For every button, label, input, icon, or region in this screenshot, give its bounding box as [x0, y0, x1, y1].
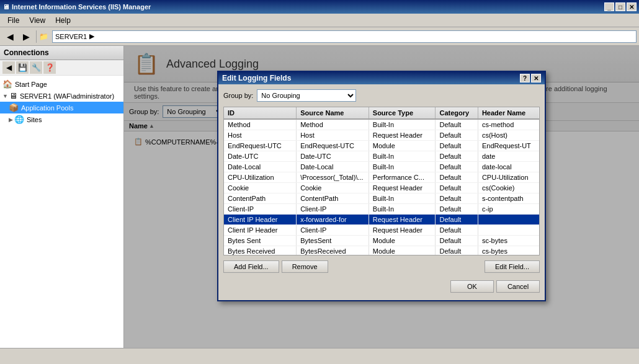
edit-field-button[interactable]: Edit Field...: [485, 260, 540, 273]
table-row[interactable]: MethodMethodBuilt-InDefaultcs-method: [224, 119, 539, 130]
dialog-body: Group by: No Grouping Category Source: [218, 84, 545, 300]
main-layout: Connections ◀ 💾 🔧 ❓ 🏠 Start Page ▼ 🖥 SER…: [0, 46, 639, 348]
address-path[interactable]: SERVER1 ▶: [52, 30, 637, 43]
menu-help[interactable]: Help: [50, 15, 76, 26]
sites-expand[interactable]: ▶: [9, 117, 13, 123]
address-path-text: SERVER1: [55, 33, 87, 40]
menu-file[interactable]: File: [2, 15, 24, 26]
table-row[interactable]: Date-UTCDate-UTCBuilt-InDefaultdate: [224, 151, 539, 162]
cancel-button[interactable]: Cancel: [496, 280, 540, 293]
table-row[interactable]: Client IP Headerx-forwarded-forRequest H…: [224, 215, 539, 225]
app-pools-icon: 📦: [9, 103, 19, 112]
toolbar-separator: [36, 30, 37, 43]
table-row[interactable]: Date-LocalDate-LocalBuilt-InDefaultdate-…: [224, 162, 539, 172]
status-bar: [0, 348, 639, 360]
dialog-titlebar: Edit Logging Fields ? ✕: [218, 72, 545, 84]
dialog-groupby-select[interactable]: No Grouping Category Source: [257, 89, 356, 102]
dialog-close-btn[interactable]: ✕: [531, 74, 541, 82]
conn-refresh-btn[interactable]: 🔧: [30, 61, 42, 74]
app-pools-label: Application Pools: [21, 104, 73, 112]
table-body: MethodMethodBuilt-InDefaultcs-methodHost…: [224, 119, 539, 255]
col-source-type[interactable]: Source Type: [369, 107, 436, 119]
start-page-icon: 🏠: [2, 79, 12, 89]
sites-icon: 🌐: [14, 115, 24, 124]
start-page-label: Start Page: [15, 81, 47, 88]
window-title: Internet Information Services (IIS) Mana…: [12, 3, 151, 11]
menu-bar: File View Help: [0, 14, 639, 27]
table-row[interactable]: Bytes ReceivedBytesReceivedModuleDefault…: [224, 246, 539, 256]
sites-label: Sites: [27, 116, 42, 123]
dialog-titlebar-buttons: ? ✕: [520, 74, 541, 82]
col-header-name[interactable]: Header Name: [478, 107, 539, 119]
connections-header: Connections: [0, 46, 123, 60]
ok-button[interactable]: OK: [450, 280, 494, 293]
dialog-table-container: ID Source Name Source Type Category Head…: [223, 107, 540, 255]
dialog-action-buttons: Add Field... Remove Edit Field...: [223, 260, 540, 273]
server1-icon: 🖥: [9, 91, 17, 100]
table-row[interactable]: Bytes SentBytesSentModuleDefaultsc-bytes: [224, 236, 539, 246]
conn-save-btn[interactable]: 💾: [16, 61, 29, 74]
minimize-button[interactable]: _: [604, 2, 614, 11]
table-row[interactable]: Client IP HeaderClient-IPRequest HeaderD…: [224, 225, 539, 236]
add-field-button[interactable]: Add Field...: [223, 260, 279, 273]
tree-item-start-page[interactable]: 🏠 Start Page: [0, 78, 123, 90]
tree-item-server1[interactable]: ▼ 🖥 SERVER1 (WAF\administrator): [0, 90, 123, 102]
dialog-groupby: Group by: No Grouping Category Source: [223, 89, 540, 102]
address-arrow: ▶: [89, 32, 94, 40]
table-row[interactable]: Client-IPClient-IPBuilt-InDefaultc-ip: [224, 204, 539, 215]
conn-help-btn[interactable]: ❓: [43, 61, 56, 74]
back-button[interactable]: ◀: [2, 29, 17, 44]
menu-view[interactable]: View: [24, 15, 50, 26]
forward-button[interactable]: ▶: [19, 29, 34, 44]
connections-tree: 🏠 Start Page ▼ 🖥 SERVER1 (WAF\administra…: [0, 76, 123, 348]
server1-expand[interactable]: ▼: [2, 93, 8, 99]
toolbar: ◀ ▶ 📁 SERVER1 ▶: [0, 27, 639, 46]
edit-logging-fields-dialog: Edit Logging Fields ? ✕ Group by: No Gro…: [217, 71, 546, 301]
dialog-ok-cancel: OK Cancel: [223, 278, 540, 295]
connections-panel: Connections ◀ 💾 🔧 ❓ 🏠 Start Page ▼ 🖥 SER…: [0, 46, 124, 348]
close-button[interactable]: ✕: [627, 2, 637, 11]
table-row[interactable]: CPU-Utilization\Processor(_Total)\...Per…: [224, 172, 539, 183]
logging-fields-table: ID Source Name Source Type Category Head…: [224, 107, 539, 255]
title-icon: 🖥: [2, 3, 9, 11]
remove-button[interactable]: Remove: [282, 260, 328, 273]
connections-toolbar: ◀ 💾 🔧 ❓: [0, 60, 123, 76]
table-row[interactable]: CookieCookieRequest HeaderDefaultcs(Cook…: [224, 183, 539, 193]
content-area: 📋 Advanced Logging Use this feature to c…: [124, 46, 639, 348]
table-row[interactable]: HostHostRequest HeaderDefaultcs(Host): [224, 130, 539, 141]
maximize-button[interactable]: □: [615, 2, 625, 11]
tree-item-sites[interactable]: ▶ 🌐 Sites: [0, 113, 123, 125]
dialog-groupby-label: Group by:: [223, 92, 253, 99]
tree-item-app-pools[interactable]: 📦 Application Pools: [0, 102, 123, 113]
table-row[interactable]: ContentPathContentPathBuilt-InDefaults-c…: [224, 193, 539, 204]
col-id[interactable]: ID: [224, 107, 297, 119]
conn-back-btn[interactable]: ◀: [2, 61, 15, 74]
server1-label: SERVER1 (WAF\administrator): [20, 92, 114, 100]
address-icon: 📁: [39, 32, 48, 41]
dialog-title: Edit Logging Fields: [222, 74, 291, 82]
table-row[interactable]: EndRequest-UTCEndRequest-UTCModuleDefaul…: [224, 141, 539, 151]
col-source-name[interactable]: Source Name: [297, 107, 369, 119]
connections-title: Connections: [4, 48, 49, 57]
dialog-help-btn[interactable]: ?: [520, 74, 530, 82]
dialog-overlay: Edit Logging Fields ? ✕ Group by: No Gro…: [124, 46, 639, 348]
title-bar: 🖥 Internet Information Services (IIS) Ma…: [0, 0, 639, 14]
col-category[interactable]: Category: [436, 107, 478, 119]
